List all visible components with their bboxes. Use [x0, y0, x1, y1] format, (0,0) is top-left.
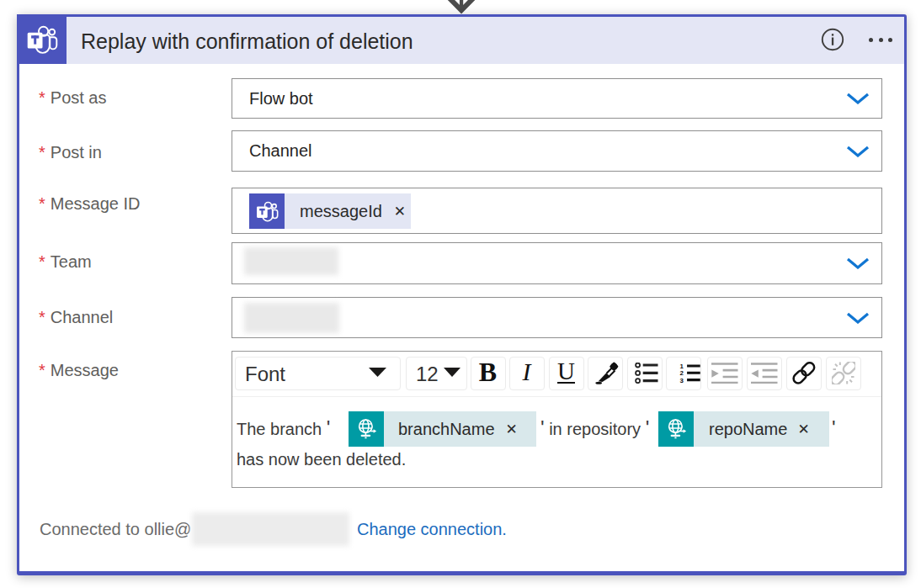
svg-text:3: 3 — [680, 377, 684, 384]
